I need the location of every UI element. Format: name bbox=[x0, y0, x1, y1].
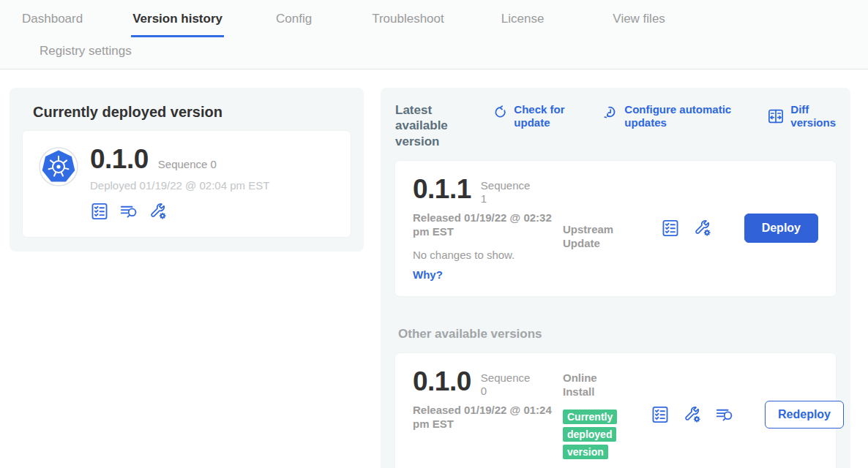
deploy-logs-icon[interactable] bbox=[119, 202, 138, 221]
edit-config-icon[interactable] bbox=[693, 219, 712, 238]
diff-versions-label: Diff versions bbox=[790, 103, 836, 129]
sequence-label: Sequence 0 bbox=[481, 368, 534, 398]
configure-automatic-updates-link[interactable]: Configure automatic updates bbox=[602, 103, 740, 129]
other-versions-heading: Other available versions bbox=[398, 327, 836, 341]
preflight-checklist-icon[interactable] bbox=[90, 202, 109, 221]
preflight-checklist-icon[interactable] bbox=[651, 405, 670, 424]
latest-available-panel: Latest available version Check for updat… bbox=[381, 88, 850, 468]
sequence-label: Sequence 0 bbox=[158, 158, 217, 171]
version-row: 0.1.0 Sequence 0 bbox=[413, 368, 563, 398]
released-timestamp: Released 01/19/22 @ 02:32 pm EST bbox=[413, 211, 553, 239]
version-source: Online Install Currently deployed versio… bbox=[563, 368, 651, 461]
no-changes-text: No changes to show. bbox=[413, 249, 563, 261]
latest-available-header: Latest available version Check for updat… bbox=[395, 102, 836, 149]
other-version-info: 0.1.0 Sequence 0 Released 01/19/22 @ 01:… bbox=[413, 368, 563, 431]
other-version-actions: Redeploy bbox=[651, 401, 844, 429]
check-for-update-link[interactable]: Check for update bbox=[492, 103, 575, 129]
deploy-logs-icon[interactable] bbox=[715, 405, 734, 424]
nav-row-1: Dashboard Version history Config Trouble… bbox=[20, 12, 848, 37]
preflight-checklist-icon[interactable] bbox=[661, 219, 680, 238]
currently-deployed-title: Currently deployed version bbox=[33, 104, 351, 121]
tab-registry-settings[interactable]: Registry settings bbox=[38, 44, 848, 58]
deploy-button[interactable]: Deploy bbox=[744, 214, 818, 243]
deployed-version-info: 0.1.0 Sequence 0 Deployed 01/19/22 @ 02:… bbox=[90, 146, 269, 221]
edit-config-icon[interactable] bbox=[683, 405, 702, 424]
latest-version-info: 0.1.1 Sequence 1 Released 01/19/22 @ 02:… bbox=[413, 176, 563, 282]
edit-config-icon[interactable] bbox=[149, 202, 168, 221]
source-label: Online Install bbox=[563, 371, 623, 399]
version-number: 0.1.0 bbox=[90, 146, 149, 173]
version-actions bbox=[90, 202, 269, 221]
nav-row-2: Registry settings bbox=[20, 37, 848, 69]
latest-available-title: Latest available version bbox=[395, 102, 474, 149]
redeploy-button[interactable]: Redeploy bbox=[765, 401, 844, 429]
kubernetes-logo-icon bbox=[39, 147, 78, 186]
latest-version-actions: Deploy bbox=[661, 214, 818, 243]
update-actions: Check for update Configure automatic upd… bbox=[492, 102, 836, 129]
deployed-timestamp: Deployed 01/19/22 @ 02:04 pm EST bbox=[90, 179, 269, 192]
sequence-label: Sequence 1 bbox=[481, 176, 534, 205]
main-nav: Dashboard Version history Config Trouble… bbox=[0, 0, 868, 69]
refresh-icon bbox=[492, 104, 508, 120]
main-content: Currently deployed version 0.1.0 Sequenc… bbox=[0, 69, 868, 468]
source-label: Upstream Update bbox=[563, 222, 623, 251]
tab-dashboard[interactable]: Dashboard bbox=[20, 12, 84, 37]
tab-view-files[interactable]: View files bbox=[611, 12, 667, 37]
tab-license[interactable]: License bbox=[500, 12, 546, 37]
currently-deployed-badge: Currently deployed version bbox=[563, 410, 617, 460]
currently-deployed-panel: Currently deployed version 0.1.0 Sequenc… bbox=[10, 88, 364, 252]
version-number: 0.1.0 bbox=[413, 368, 471, 395]
deployed-version-card: 0.1.0 Sequence 0 Deployed 01/19/22 @ 02:… bbox=[23, 131, 351, 237]
version-row: 0.1.1 Sequence 1 bbox=[413, 176, 563, 205]
released-timestamp: Released 01/19/22 @ 01:24 pm EST bbox=[413, 403, 553, 431]
check-for-update-label: Check for update bbox=[514, 103, 575, 129]
tab-troubleshoot[interactable]: Troubleshoot bbox=[370, 12, 446, 37]
other-version-card: 0.1.0 Sequence 0 Released 01/19/22 @ 01:… bbox=[395, 353, 836, 468]
status-badge-wrap: Currently deployed version bbox=[563, 408, 632, 461]
tab-version-history[interactable]: Version history bbox=[131, 12, 224, 37]
latest-version-card: 0.1.1 Sequence 1 Released 01/19/22 @ 02:… bbox=[395, 161, 836, 296]
version-source: Upstream Update bbox=[563, 176, 651, 251]
diff-icon bbox=[767, 107, 785, 125]
version-row: 0.1.0 Sequence 0 bbox=[90, 146, 269, 173]
why-link[interactable]: Why? bbox=[413, 268, 443, 281]
diff-versions-link[interactable]: Diff versions bbox=[767, 103, 836, 129]
configure-automatic-updates-label: Configure automatic updates bbox=[624, 103, 740, 129]
version-number: 0.1.1 bbox=[413, 176, 471, 203]
schedule-update-icon bbox=[602, 104, 618, 120]
tab-config[interactable]: Config bbox=[274, 12, 313, 37]
